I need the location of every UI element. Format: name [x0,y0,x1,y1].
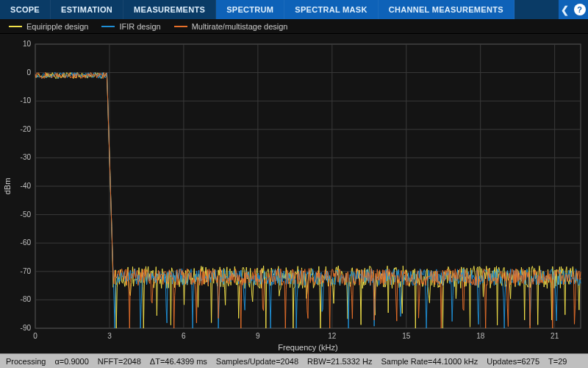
status-state: Processing [6,357,46,366]
tab-measurements[interactable]: MEASUREMENTS [123,0,216,19]
status-alpha: α=0.9000 [54,357,88,366]
status-t: T=29 [548,357,567,366]
tab-spectrum[interactable]: SPECTRUM [216,0,284,19]
legend-swatch [9,26,22,27]
svg-text:0: 0 [33,332,37,340]
svg-text:9: 9 [256,332,260,340]
svg-text:Frequency (kHz): Frequency (kHz) [278,343,337,352]
status-srate: Sample Rate=44.1000 kHz [381,357,478,366]
chart-canvas: 100-10-20-30-40-50-60-70-80-900369121518… [0,34,588,353]
legend-item-ifir[interactable]: IFIR design [101,22,160,31]
top-nav: SCOPE ESTIMATION MEASUREMENTS SPECTRUM S… [0,0,588,19]
tab-spectral-mask[interactable]: SPECTRAL MASK [284,0,378,19]
legend-item-multirate[interactable]: Multirate/multistage design [174,22,288,31]
legend-swatch [101,26,115,27]
svg-text:18: 18 [476,332,485,340]
svg-text:10: 10 [23,40,32,48]
spectrum-analyzer-window: SCOPE ESTIMATION MEASUREMENTS SPECTRUM S… [0,0,588,368]
tab-scope[interactable]: SCOPE [0,0,51,19]
svg-text:6: 6 [182,332,186,340]
legend-item-equiripple[interactable]: Equiripple design [9,22,88,31]
status-updates: Updates=6275 [487,357,539,366]
svg-text:-30: -30 [21,153,32,161]
svg-text:-10: -10 [21,96,32,105]
legend-label: Equiripple design [26,22,88,31]
svg-text:-40: -40 [21,182,32,190]
status-rbw: RBW=21.5332 Hz [307,357,372,366]
status-bar: Processing α=0.9000 NFFT=2048 ΔT=46.4399… [0,353,588,368]
legend-label: IFIR design [119,22,160,31]
svg-text:-80: -80 [21,295,32,303]
help-button[interactable]: ❮ ? [559,0,588,19]
svg-text:15: 15 [402,332,411,340]
svg-text:-50: -50 [21,210,32,219]
status-spu: Samples/Update=2048 [216,357,298,366]
legend-swatch [174,26,187,27]
legend: Equiripple design IFIR design Multirate/… [0,19,588,34]
svg-text:-20: -20 [21,125,32,133]
svg-text:0: 0 [26,68,31,77]
spectrum-plot[interactable]: 100-10-20-30-40-50-60-70-80-900369121518… [0,34,588,353]
svg-text:21: 21 [551,332,559,340]
chevron-left-icon: ❮ [561,4,569,15]
svg-text:-70: -70 [21,267,32,275]
svg-text:3: 3 [107,332,112,340]
help-icon: ? [574,4,586,15]
svg-text:-90: -90 [21,324,32,332]
status-dt: ΔT=46.4399 ms [150,357,207,366]
nav-spacer [514,0,559,19]
status-nfft: NFFT=2048 [98,357,141,366]
svg-text:dBm: dBm [3,178,12,195]
svg-text:-60: -60 [21,238,32,247]
legend-label: Multirate/multistage design [192,22,288,31]
tab-channel-measurements[interactable]: CHANNEL MEASUREMENTS [379,0,514,19]
tab-estimation[interactable]: ESTIMATION [51,0,123,19]
svg-text:12: 12 [328,332,337,340]
